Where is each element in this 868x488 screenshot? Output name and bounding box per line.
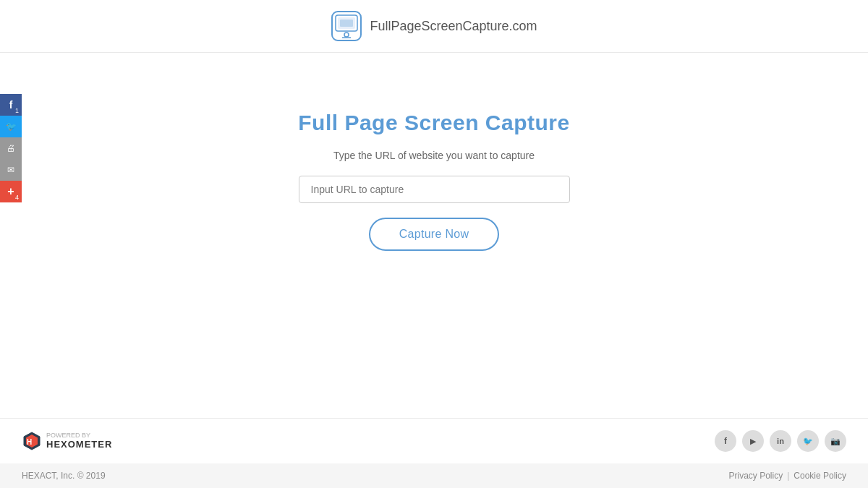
logo-container[interactable]: FullPageScreenCapture.com	[331, 10, 537, 42]
footer-twitter-button[interactable]: 🐦	[797, 430, 819, 452]
email-share-button[interactable]: ✉	[0, 159, 22, 181]
footer-instagram-button[interactable]: 📷	[825, 430, 846, 452]
subtitle-text: Type the URL of website you want to capt…	[333, 150, 535, 161]
footer-links: Privacy Policy | Cookie Policy	[728, 471, 846, 481]
twitter-share-button[interactable]: 🐦	[0, 116, 22, 137]
site-logo-icon	[331, 10, 362, 42]
footer-linkedin-icon: in	[777, 437, 784, 445]
url-input[interactable]	[299, 176, 570, 203]
facebook-count: 1	[15, 107, 19, 114]
facebook-icon: f	[9, 99, 13, 111]
svg-text:H: H	[27, 438, 32, 446]
footer-facebook-icon: f	[724, 436, 727, 446]
site-header: FullPageScreenCapture.com	[0, 0, 868, 53]
capture-now-button[interactable]: Capture Now	[369, 218, 500, 251]
svg-rect-5	[340, 20, 353, 27]
brand-name-label: HEXOMETER	[46, 440, 112, 450]
more-count: 4	[15, 194, 19, 201]
plus-icon: +	[7, 185, 14, 198]
print-button[interactable]: 🖨	[0, 137, 22, 159]
hexometer-icon: H	[22, 431, 42, 451]
more-share-button[interactable]: + 4	[0, 181, 22, 202]
footer-link-separator: |	[787, 471, 789, 481]
footer-facebook-button[interactable]: f	[715, 430, 736, 452]
cookie-policy-link[interactable]: Cookie Policy	[793, 471, 846, 481]
svg-point-3	[344, 33, 349, 37]
facebook-share-button[interactable]: f 1	[0, 94, 22, 116]
privacy-policy-link[interactable]: Privacy Policy	[728, 471, 783, 481]
hexometer-logo[interactable]: H POWERED BY HEXOMETER	[22, 431, 112, 451]
footer-linkedin-button[interactable]: in	[770, 430, 791, 452]
copyright-text: HEXACT, Inc. © 2019	[22, 471, 106, 481]
footer-bottom: HEXACT, Inc. © 2019 Privacy Policy | Coo…	[0, 463, 868, 488]
twitter-icon: 🐦	[6, 121, 17, 132]
footer-social-icons: f ▶ in 🐦 📷	[715, 430, 846, 452]
main-content: Full Page Screen Capture Type the URL of…	[0, 53, 868, 418]
email-icon: ✉	[7, 165, 14, 175]
logo-text: FullPageScreenCapture.com	[370, 19, 537, 34]
social-sidebar: f 1 🐦 🖨 ✉ + 4	[0, 94, 22, 202]
footer-youtube-icon: ▶	[750, 437, 756, 446]
footer-instagram-icon: 📷	[830, 437, 841, 446]
hexometer-text-block: POWERED BY HEXOMETER	[46, 432, 112, 450]
footer-youtube-button[interactable]: ▶	[742, 430, 764, 452]
footer-main: H POWERED BY HEXOMETER f ▶ in 🐦 📷	[0, 418, 868, 463]
print-icon: 🖨	[7, 143, 15, 153]
footer-twitter-icon: 🐦	[803, 437, 813, 446]
footer: H POWERED BY HEXOMETER f ▶ in 🐦 📷	[0, 418, 868, 488]
page-title: Full Page Screen Capture	[298, 111, 569, 135]
